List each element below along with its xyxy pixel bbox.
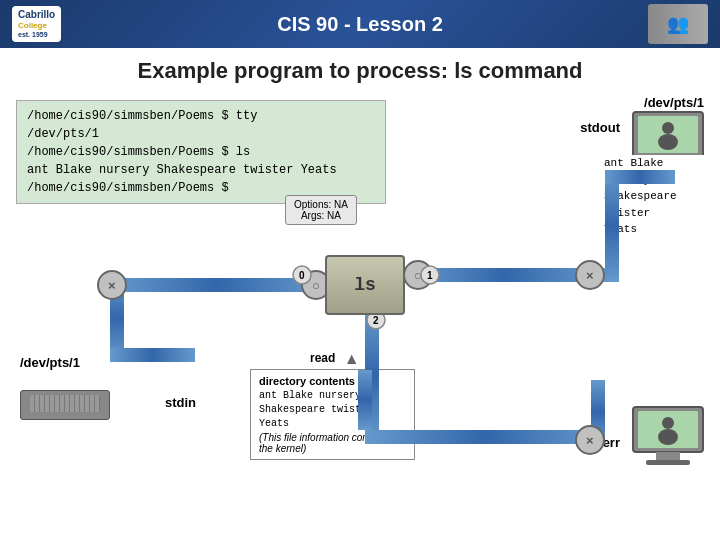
svg-text:×: × (586, 268, 594, 283)
page-title: Example program to process: ls command (16, 58, 704, 84)
dir-contents-note: (This file information comes from the ke… (259, 432, 406, 454)
stdin-label: stdin (165, 395, 196, 410)
header-people-image: 👥 (648, 4, 708, 44)
stdout-pipe (405, 268, 605, 282)
stdout-valve-right (576, 261, 604, 289)
svg-point-11 (658, 429, 678, 445)
terminal-line-4: ant Blake nursery Shakespeare twister Ye… (27, 161, 375, 179)
svg-text:1: 1 (427, 270, 433, 281)
directory-contents-box: directory contents ant Blake nursery Sha… (250, 369, 415, 460)
stdin-valve-left (98, 271, 126, 299)
svg-point-10 (662, 417, 674, 429)
options-label: Options: NA (294, 199, 348, 210)
svg-point-5 (658, 134, 678, 150)
stdin-pipe-h (110, 278, 325, 292)
args-label: Args: NA (294, 210, 348, 221)
devpts-bottom-left-label: /dev/pts/1 (20, 355, 80, 370)
monitor-bottom-right (628, 405, 708, 470)
stdin-pipe-v (110, 278, 124, 358)
stdout-line-1: ant Blake (604, 155, 704, 172)
svg-text:2: 2 (373, 315, 379, 326)
read-label: read ▲ (310, 350, 360, 368)
svg-text:×: × (108, 278, 116, 293)
stdout-line-2: nursery (604, 172, 704, 189)
header: Cabrillo College est. 1959 CIS 90 - Less… (0, 0, 720, 48)
dir-code-line2: Shakespeare twister (259, 404, 406, 415)
ls-label: ls (354, 275, 376, 295)
terminal-box: /home/cis90/simmsben/Poems $ tty /dev/pt… (16, 100, 386, 204)
stdout-line-5: Yeats (604, 221, 704, 238)
svg-text:○: ○ (312, 278, 320, 293)
dir-contents-title: directory contents (259, 375, 406, 387)
svg-point-4 (662, 122, 674, 134)
keyboard-icon (20, 390, 110, 420)
svg-text:○: ○ (414, 268, 422, 283)
ls-processor: ls (325, 255, 405, 315)
stdout-label: stdout (580, 120, 620, 135)
stdout-line-4: twister (604, 205, 704, 222)
terminal-line-2: /dev/pts/1 (27, 125, 375, 143)
fd0-badge (293, 266, 311, 284)
dir-code-line1: ant Blake nursery (259, 390, 406, 401)
svg-rect-8 (656, 452, 680, 460)
terminal-line-3: /home/cis90/simmsben/Poems $ ls (27, 143, 375, 161)
options-args-box: Options: NA Args: NA (285, 195, 357, 225)
devpts-top-right-label: /dev/pts/1 (644, 95, 704, 110)
stdout-output: ant Blake nursery Shakespeare twister Ye… (604, 155, 704, 238)
stdout-valve-left (404, 261, 432, 289)
fd1-badge (421, 266, 439, 284)
dir-code-line3: Yeats (259, 418, 406, 429)
main-content: Example program to process: ls command (0, 48, 720, 104)
terminal-line-1: /home/cis90/simmsben/Poems $ tty (27, 107, 375, 125)
stdin-pipe-keyboard (110, 348, 195, 362)
stderr-label: stderr (583, 435, 620, 450)
stdout-line-3: Shakespeare (604, 188, 704, 205)
svg-rect-9 (646, 460, 690, 465)
logo: Cabrillo College est. 1959 (12, 6, 61, 42)
monitor-bottom-svg (628, 405, 708, 470)
svg-text:0: 0 (299, 270, 305, 281)
header-title: CIS 90 - Lesson 2 (277, 13, 443, 36)
